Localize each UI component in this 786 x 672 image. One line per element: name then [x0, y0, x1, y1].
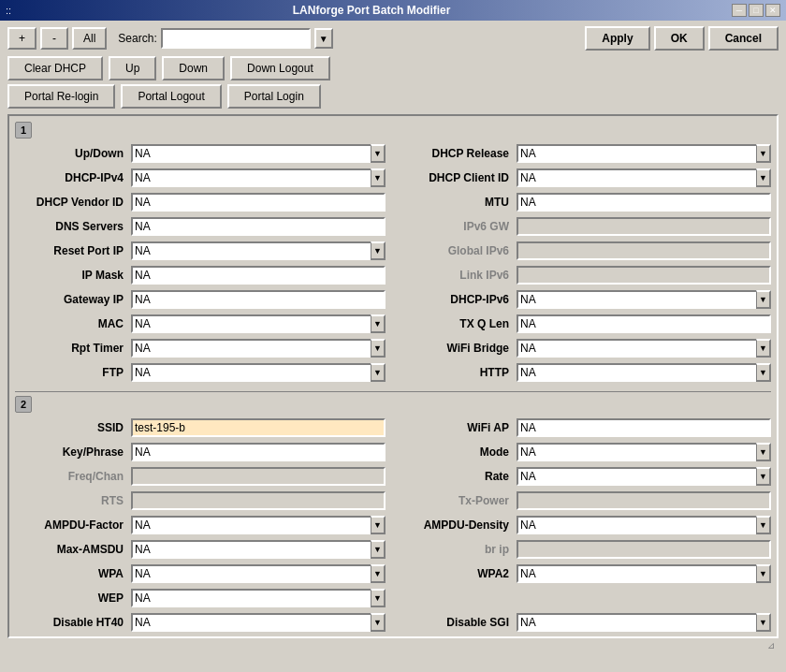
portal-buttons-row: Portal Re-login Portal Logout Portal Log…	[4, 84, 782, 109]
input-br-ip	[517, 540, 771, 559]
label-dns-servers: DNS Servers	[15, 220, 127, 233]
field-row-dns-servers: DNS Servers	[15, 215, 386, 238]
down-button[interactable]: Down	[162, 56, 225, 80]
dropdown-dhcp-ipv6[interactable]: ▼	[756, 290, 771, 309]
dropdown-rpt-timer[interactable]: ▼	[371, 339, 386, 358]
input-mtu[interactable]	[517, 193, 771, 212]
input-disable-sgi[interactable]	[517, 613, 756, 632]
input-max-amsdu[interactable]	[131, 540, 371, 559]
field-row-dhcp-client-id: DHCP Client ID ▼	[400, 167, 771, 189]
close-button[interactable]: ✕	[765, 4, 780, 17]
clear-dhcp-button[interactable]: Clear DHCP	[7, 56, 103, 80]
dropdown-max-amsdu[interactable]: ▼	[371, 540, 386, 559]
select-http: ▼	[517, 363, 771, 382]
dropdown-disable-ht40[interactable]: ▼	[371, 613, 386, 632]
input-ftp[interactable]	[131, 363, 371, 382]
dropdown-dhcp-release[interactable]: ▼	[756, 144, 771, 163]
up-button[interactable]: Up	[109, 56, 156, 80]
input-wpa2[interactable]	[517, 564, 756, 583]
input-dhcp-client-id[interactable]	[517, 168, 756, 187]
input-http[interactable]	[517, 363, 756, 382]
dropdown-disable-sgi[interactable]: ▼	[756, 613, 771, 632]
select-reset-port-ip: ▼	[131, 241, 386, 260]
input-wpa[interactable]	[131, 564, 371, 583]
dropdown-dhcp-client-id[interactable]: ▼	[756, 168, 771, 187]
input-dhcp-ipv4[interactable]	[131, 168, 371, 187]
apply-button[interactable]: Apply	[585, 26, 649, 51]
action-buttons-row: Clear DHCP Up Down Down Logout	[4, 56, 782, 80]
dropdown-mac[interactable]: ▼	[371, 314, 386, 333]
dropdown-ampdu-factor[interactable]: ▼	[371, 516, 386, 534]
select-dhcp-ipv6: ▼	[517, 290, 771, 309]
input-wifi-bridge[interactable]	[517, 339, 756, 358]
dropdown-wpa2[interactable]: ▼	[756, 564, 771, 583]
label-dhcp-vendor-id: DHCP Vendor ID	[15, 196, 127, 209]
input-dns-servers[interactable]	[131, 217, 386, 236]
input-rate[interactable]	[517, 467, 756, 486]
portal-login-button[interactable]: Portal Login	[227, 84, 321, 109]
content-area: 1 Up/Down ▼ DHCP Release ▼	[7, 114, 779, 638]
label-ip-mask: IP Mask	[15, 269, 127, 282]
minimize-button[interactable]: ─	[732, 4, 747, 17]
label-max-amsdu: Max-AMSDU	[15, 543, 127, 556]
input-disable-ht40[interactable]	[131, 613, 371, 632]
dropdown-wep[interactable]: ▼	[371, 589, 386, 607]
resize-grip[interactable]: ⊿	[767, 640, 779, 651]
input-link-ipv6	[517, 266, 771, 285]
remove-button[interactable]: -	[40, 27, 68, 50]
cancel-button[interactable]: Cancel	[708, 26, 779, 51]
portal-relogin-button[interactable]: Portal Re-login	[7, 84, 115, 109]
input-rpt-timer[interactable]	[131, 339, 371, 358]
input-reset-port-ip[interactable]	[131, 241, 371, 260]
down-logout-button[interactable]: Down Logout	[230, 56, 330, 80]
portal-logout-button[interactable]: Portal Logout	[121, 84, 221, 109]
input-tx-q-len[interactable]	[517, 314, 771, 333]
search-dropdown-button[interactable]: ▼	[314, 28, 333, 49]
all-button[interactable]: All	[72, 27, 107, 50]
input-dhcp-vendor-id[interactable]	[131, 193, 386, 212]
field-row-wep: WEP ▼	[15, 587, 386, 609]
input-ampdu-factor[interactable]	[131, 516, 371, 534]
field-row-wpa: WPA ▼	[15, 562, 386, 585]
select-dhcp-release: ▼	[517, 144, 771, 163]
dropdown-rate[interactable]: ▼	[756, 467, 771, 486]
field-row-global-ipv6: Global IPv6	[400, 240, 771, 262]
input-key-phrase[interactable]	[131, 443, 386, 461]
ok-button[interactable]: OK	[654, 26, 705, 51]
dropdown-ampdu-density[interactable]: ▼	[756, 516, 771, 534]
field-row-wpa2: WPA2 ▼	[400, 562, 771, 585]
search-input[interactable]	[161, 28, 311, 49]
dropdown-ftp[interactable]: ▼	[371, 363, 386, 382]
dropdown-wifi-bridge[interactable]: ▼	[756, 339, 771, 358]
input-wep[interactable]	[131, 589, 371, 607]
input-ssid[interactable]	[131, 418, 386, 437]
dropdown-dhcp-ipv4[interactable]: ▼	[371, 168, 386, 187]
label-tx-power: Tx-Power	[400, 494, 513, 507]
title-bar: :: LANforge Port Batch Modifier ─ □ ✕	[0, 0, 786, 21]
dropdown-wpa[interactable]: ▼	[371, 564, 386, 583]
input-ampdu-density[interactable]	[517, 516, 756, 534]
field-row-rpt-timer: Rpt Timer ▼	[15, 337, 386, 359]
input-gateway-ip[interactable]	[131, 290, 386, 309]
label-gateway-ip: Gateway IP	[15, 293, 127, 306]
dropdown-mode[interactable]: ▼	[756, 443, 771, 461]
maximize-button[interactable]: □	[749, 4, 764, 17]
field-row-freq-chan: Freq/Chan	[15, 465, 386, 488]
add-button[interactable]: +	[7, 27, 36, 50]
dropdown-http[interactable]: ▼	[756, 363, 771, 382]
label-wifi-bridge: WiFi Bridge	[400, 342, 513, 355]
input-mac[interactable]	[131, 314, 371, 333]
field-row-reset-port-ip: Reset Port IP ▼	[15, 240, 386, 262]
select-rate: ▼	[517, 467, 771, 486]
input-up-down[interactable]	[131, 144, 371, 163]
input-dhcp-release[interactable]	[517, 144, 756, 163]
dropdown-up-down[interactable]: ▼	[371, 144, 386, 163]
input-ip-mask[interactable]	[131, 266, 386, 285]
input-mode[interactable]	[517, 443, 756, 461]
input-global-ipv6	[517, 241, 771, 260]
input-wifi-ap[interactable]	[517, 418, 771, 437]
label-disable-ht40: Disable HT40	[15, 616, 127, 629]
label-ampdu-density: AMPDU-Density	[400, 519, 513, 532]
dropdown-reset-port-ip[interactable]: ▼	[371, 241, 386, 260]
input-dhcp-ipv6[interactable]	[517, 290, 756, 309]
